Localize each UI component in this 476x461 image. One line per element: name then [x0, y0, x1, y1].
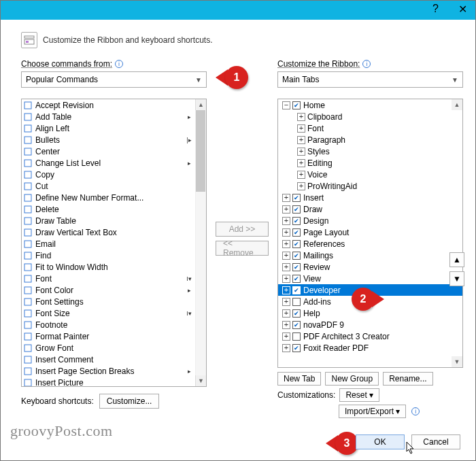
- new-tab-button[interactable]: New Tab: [277, 372, 321, 386]
- expand-toggle[interactable]: +: [282, 240, 290, 248]
- tree-item-font[interactable]: +Font: [278, 122, 462, 134]
- tree-item-styles[interactable]: +Styles: [278, 146, 462, 157]
- expand-toggle[interactable]: +: [282, 321, 290, 329]
- command-item[interactable]: Insert Page Section Breaks▸: [22, 365, 206, 377]
- expand-toggle[interactable]: +: [282, 228, 290, 237]
- command-item[interactable]: Add Table▸: [22, 111, 206, 122]
- command-item[interactable]: Insert Comment: [22, 354, 206, 365]
- command-item[interactable]: Bullets|▸: [22, 134, 206, 146]
- tree-item-prowritingaid[interactable]: +ProWritingAid: [278, 180, 462, 192]
- customize-kb-button[interactable]: Customize...: [99, 394, 160, 409]
- info-icon[interactable]: i: [411, 407, 420, 415]
- tree-checkbox[interactable]: [292, 194, 301, 202]
- command-item[interactable]: Fit to Window Width: [22, 261, 206, 273]
- command-item[interactable]: Draw Vertical Text Box: [22, 226, 206, 238]
- remove-button[interactable]: << Remove: [216, 241, 269, 256]
- tree-checkbox[interactable]: [292, 101, 301, 109]
- tree-item-home[interactable]: −Home: [278, 99, 462, 111]
- help-button[interactable]: ?: [432, 3, 439, 15]
- command-item[interactable]: Format Painter: [22, 330, 206, 342]
- expand-toggle[interactable]: +: [282, 252, 290, 260]
- rename-button[interactable]: Rename...: [383, 372, 432, 386]
- tree-checkbox[interactable]: [292, 309, 301, 318]
- expand-toggle[interactable]: +: [297, 182, 305, 190]
- add-button[interactable]: Add >>: [216, 222, 269, 237]
- command-item[interactable]: Grow Font: [22, 342, 206, 354]
- cancel-button[interactable]: Cancel: [411, 434, 460, 449]
- scroll-down-button[interactable]: ▼: [195, 375, 206, 386]
- command-item[interactable]: Footnote: [22, 319, 206, 330]
- expand-toggle[interactable]: +: [297, 148, 305, 156]
- expand-toggle[interactable]: +: [297, 159, 305, 167]
- ok-button[interactable]: OK: [356, 434, 405, 449]
- command-item[interactable]: Font Color▸: [22, 284, 206, 296]
- command-item[interactable]: Copy: [22, 169, 206, 180]
- command-item[interactable]: Font Settings: [22, 296, 206, 307]
- scroll-down-button[interactable]: ▼: [452, 356, 462, 367]
- scroll-up-button[interactable]: ▲: [452, 99, 462, 110]
- tree-checkbox[interactable]: [292, 240, 301, 248]
- move-up-button[interactable]: ▲: [449, 252, 464, 267]
- ribbon-tree[interactable]: −Home+Clipboard+Font+Paragraph+Styles+Ed…: [277, 99, 463, 368]
- tree-item-page-layout[interactable]: +Page Layout: [278, 226, 462, 238]
- expand-toggle[interactable]: +: [297, 113, 305, 121]
- command-item[interactable]: Find: [22, 250, 206, 261]
- import-export-dropdown[interactable]: Import/Export ▾: [339, 405, 406, 418]
- command-item[interactable]: Align Left: [22, 122, 206, 134]
- tree-item-clipboard[interactable]: +Clipboard: [278, 111, 462, 122]
- command-item[interactable]: Insert Picture: [22, 377, 206, 387]
- command-item[interactable]: Delete: [22, 203, 206, 215]
- tree-checkbox[interactable]: [292, 275, 301, 283]
- tree-item-draw[interactable]: +Draw: [278, 203, 462, 215]
- tree-checkbox[interactable]: [292, 252, 301, 260]
- tree-checkbox[interactable]: [292, 332, 301, 341]
- tree-item-editing[interactable]: +Editing: [278, 157, 462, 169]
- expand-toggle[interactable]: +: [297, 136, 305, 144]
- choose-commands-dropdown[interactable]: Popular Commands ▼: [21, 71, 207, 88]
- tree-checkbox[interactable]: [292, 263, 301, 271]
- tree-item-novapdf-9[interactable]: +novaPDF 9: [278, 319, 462, 330]
- tree-checkbox[interactable]: [292, 228, 301, 237]
- scrollbar-thumb[interactable]: [196, 110, 205, 192]
- command-item[interactable]: FontI▾: [22, 273, 206, 284]
- expand-toggle[interactable]: +: [282, 344, 290, 352]
- tree-item-insert[interactable]: +Insert: [278, 192, 462, 203]
- expand-toggle[interactable]: +: [297, 124, 305, 133]
- tree-item-paragraph[interactable]: +Paragraph: [278, 134, 462, 146]
- expand-toggle[interactable]: +: [282, 298, 290, 306]
- command-item[interactable]: Email: [22, 238, 206, 250]
- tree-checkbox[interactable]: [292, 217, 301, 225]
- tree-checkbox[interactable]: [292, 321, 301, 329]
- tree-item-pdf-architect-3-creator[interactable]: +PDF Architect 3 Creator: [278, 330, 462, 342]
- command-item[interactable]: Draw Table: [22, 215, 206, 226]
- expand-toggle[interactable]: +: [282, 309, 290, 318]
- info-icon[interactable]: i: [115, 60, 123, 68]
- expand-toggle[interactable]: +: [282, 332, 290, 341]
- tree-checkbox[interactable]: [292, 298, 301, 306]
- expand-toggle[interactable]: +: [297, 171, 305, 179]
- tree-checkbox[interactable]: [292, 205, 301, 214]
- tree-item-references[interactable]: +References: [278, 238, 462, 250]
- tree-item-design[interactable]: +Design: [278, 215, 462, 226]
- reset-dropdown[interactable]: Reset ▾: [339, 388, 379, 402]
- expand-toggle[interactable]: +: [282, 205, 290, 214]
- tree-item-view[interactable]: +View: [278, 273, 462, 284]
- scroll-up-button[interactable]: ▲: [195, 99, 206, 110]
- tree-item-review[interactable]: +Review: [278, 261, 462, 273]
- expand-toggle[interactable]: +: [282, 217, 290, 225]
- expand-toggle[interactable]: +: [282, 275, 290, 283]
- command-item[interactable]: Change List Level▸: [22, 157, 206, 169]
- tree-checkbox[interactable]: [292, 286, 301, 294]
- info-icon[interactable]: i: [362, 60, 371, 68]
- commands-listbox[interactable]: Accept RevisionAdd Table▸Align LeftBulle…: [21, 99, 207, 387]
- command-item[interactable]: Define New Number Format...: [22, 192, 206, 203]
- tree-item-mailings[interactable]: +Mailings: [278, 250, 462, 261]
- expand-toggle[interactable]: +: [282, 194, 290, 202]
- move-down-button[interactable]: ▼: [449, 271, 464, 286]
- new-group-button[interactable]: New Group: [325, 372, 379, 386]
- tree-item-voice[interactable]: +Voice: [278, 169, 462, 180]
- tree-checkbox[interactable]: [292, 344, 301, 352]
- expand-toggle[interactable]: +: [282, 286, 290, 294]
- tree-item-foxit-reader-pdf[interactable]: +Foxit Reader PDF: [278, 342, 462, 354]
- expand-toggle[interactable]: +: [282, 263, 290, 271]
